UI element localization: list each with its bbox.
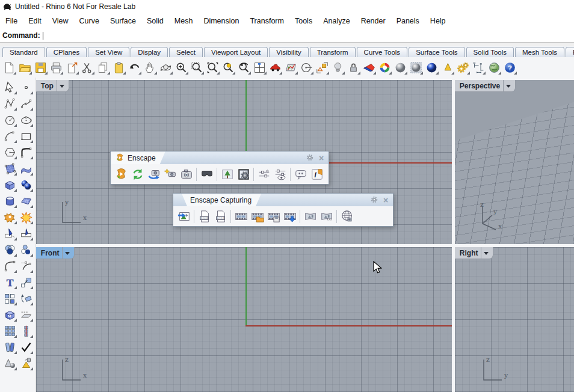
menu-view[interactable]: View	[47, 15, 74, 27]
explode-icon[interactable]	[18, 209, 34, 225]
export-exe-icon[interactable]	[196, 208, 212, 224]
create-view-icon[interactable]	[162, 166, 178, 182]
toolbar-gear-icon[interactable]	[369, 195, 380, 206]
viewport-title-front[interactable]: Front	[36, 247, 75, 259]
tab-solid-tools[interactable]: Solid Tools	[466, 47, 514, 57]
menu-analyze[interactable]: Analyze	[318, 15, 355, 27]
viewport-front[interactable]: Front z x	[36, 247, 452, 392]
menu-curve[interactable]: Curve	[74, 15, 105, 27]
load-video-path-icon[interactable]	[249, 208, 265, 224]
select-arrow-icon[interactable]	[2, 79, 17, 95]
single-point-icon[interactable]	[18, 79, 34, 95]
viewport-perspective[interactable]: Perspective z y x	[455, 80, 574, 244]
render-object-icon[interactable]	[18, 355, 34, 371]
tab-cplanes[interactable]: CPlanes	[46, 47, 87, 57]
split-icon[interactable]	[18, 225, 34, 241]
circle-icon[interactable]	[2, 112, 17, 127]
viewport-dropdown[interactable]	[503, 80, 513, 91]
stereo-panorama-icon[interactable]	[318, 208, 335, 224]
video-editor-icon[interactable]	[233, 208, 249, 224]
enscape-toolbar[interactable]: Enscape	[110, 151, 329, 185]
rendered-display-icon[interactable]	[424, 60, 439, 75]
new-file-icon[interactable]	[1, 60, 17, 75]
about-enscape-icon[interactable]	[309, 166, 325, 182]
box-icon[interactable]	[2, 177, 17, 192]
shaded-display-icon[interactable]	[392, 60, 408, 75]
cone-icon[interactable]	[439, 60, 455, 75]
ellipse-icon[interactable]	[18, 112, 34, 127]
surface-from-curves-icon[interactable]	[18, 161, 34, 176]
viewport-right[interactable]: Right z y	[455, 247, 574, 392]
rotate-icon[interactable]	[18, 290, 34, 306]
visual-settings-icon[interactable]	[272, 166, 288, 182]
red-car-icon[interactable]	[267, 60, 283, 75]
scale-icon[interactable]	[18, 274, 34, 290]
tab-curve-tools[interactable]: Curve Tools	[357, 47, 408, 57]
export-icon[interactable]	[64, 60, 79, 75]
tab-transform[interactable]: Transform	[310, 47, 356, 57]
sphere-icon[interactable]	[18, 177, 34, 192]
viewport-dropdown[interactable]	[62, 247, 72, 259]
ghosted-display-icon[interactable]	[408, 60, 424, 75]
lock-icon[interactable]	[345, 60, 361, 75]
check-command-icon[interactable]	[18, 339, 34, 355]
enscape-toolbar-titlebar[interactable]: Enscape	[111, 152, 329, 164]
menu-solid[interactable]: Solid	[141, 15, 169, 27]
help-icon[interactable]	[502, 60, 517, 75]
mono-panorama-icon[interactable]	[302, 208, 318, 224]
open-file-icon[interactable]	[17, 60, 32, 75]
solid-primitives-icon[interactable]	[2, 355, 17, 371]
paste-icon[interactable]	[111, 60, 126, 75]
copy-icon[interactable]	[95, 60, 111, 75]
command-bar[interactable]: Command:	[0, 29, 574, 43]
arc-icon[interactable]	[2, 128, 17, 144]
zoom-selected-icon[interactable]	[220, 60, 236, 75]
asset-library-icon[interactable]	[219, 166, 235, 182]
menu-panels[interactable]: Panels	[391, 15, 425, 27]
linear-array-icon[interactable]	[18, 323, 34, 338]
viewport-title-right[interactable]: Right	[455, 247, 494, 259]
boolean-union-icon[interactable]	[2, 209, 17, 225]
screenshot-icon[interactable]	[178, 166, 194, 182]
tab-viewport-layout[interactable]: Viewport Layout	[204, 47, 268, 57]
menu-transform[interactable]: Transform	[244, 15, 289, 27]
text-icon[interactable]	[2, 274, 17, 290]
tab-visibility[interactable]: Visibility	[269, 47, 308, 57]
tab-display[interactable]: Display	[131, 47, 168, 57]
tab-select[interactable]: Select	[169, 47, 203, 57]
pan-view-icon[interactable]	[142, 60, 158, 75]
object-snap-icon[interactable]	[314, 60, 330, 75]
viewport-title-perspective[interactable]: Perspective	[455, 80, 516, 92]
undo-icon[interactable]	[126, 60, 142, 75]
cut-icon[interactable]	[79, 60, 95, 75]
menu-mesh[interactable]: Mesh	[169, 15, 199, 27]
menu-help[interactable]: Help	[425, 15, 451, 27]
start-enscape-icon[interactable]	[113, 166, 129, 182]
extend-curve-icon[interactable]	[18, 258, 34, 274]
earth-globe-icon[interactable]	[486, 60, 502, 75]
capturing-toolbar-titlebar[interactable]: Enscape Capturing	[173, 194, 393, 206]
join-icon[interactable]	[2, 339, 17, 355]
tab-render-tools[interactable]: Render To	[566, 47, 574, 57]
four-viewports-icon[interactable]	[252, 60, 267, 75]
virtual-reality-icon[interactable]	[199, 166, 215, 182]
print-icon[interactable]	[48, 60, 64, 75]
cplane-map-icon[interactable]	[283, 60, 298, 75]
menu-file[interactable]: File	[0, 15, 23, 27]
color-wheel-icon[interactable]	[377, 60, 392, 75]
dimension-tools-icon[interactable]	[471, 60, 486, 75]
tab-mesh-tools[interactable]: Mesh Tools	[515, 47, 564, 57]
trim-icon[interactable]	[2, 225, 17, 241]
synchronize-updates-icon[interactable]	[129, 166, 146, 182]
cylinder-icon[interactable]	[2, 193, 17, 209]
menu-render[interactable]: Render	[356, 15, 391, 27]
options-gears-icon[interactable]	[455, 60, 471, 75]
upload-panorama-icon[interactable]	[339, 208, 355, 224]
tab-standard[interactable]: Standard	[2, 47, 45, 57]
zoom-in-icon[interactable]	[173, 60, 189, 75]
tab-set-view[interactable]: Set View	[88, 47, 129, 57]
toolbar-gear-icon[interactable]	[305, 153, 316, 164]
viewport-dropdown[interactable]	[57, 80, 67, 91]
fillet-curve-icon[interactable]	[2, 258, 17, 274]
export-web-icon[interactable]	[212, 208, 229, 224]
